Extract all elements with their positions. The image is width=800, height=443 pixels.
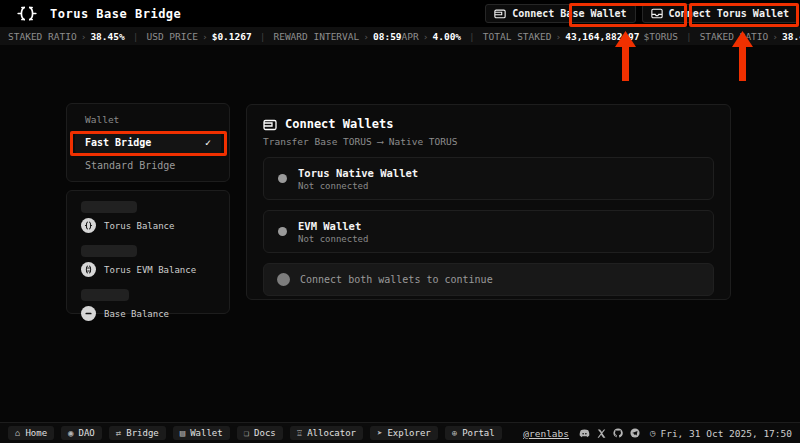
balance-label: Torus Balance: [104, 221, 174, 231]
ticker-label: STAKED RATIO: [700, 31, 769, 42]
panel-title: Connect Wallets: [285, 117, 393, 131]
panel-subtitle: Transfer Base TORUS ⟶ Native TORUS: [263, 136, 714, 147]
nav-item-fast-bridge[interactable]: Fast Bridge ✓: [75, 131, 221, 154]
torus-bridge-app: Torus Base Bridge Connect Base Wallet: [0, 0, 800, 443]
check-icon: ✓: [205, 137, 211, 148]
x-icon[interactable]: [597, 429, 606, 438]
footer-nav: ⌂Home ◉DAO ⇄Bridge ▤Wallet ❏Docs ♖Alloca…: [8, 426, 502, 440]
wallet-name: Torus Native Wallet: [298, 167, 418, 179]
footer-nav-dao[interactable]: ◉DAO: [61, 426, 102, 440]
balance-item: Torus EVM Balance: [81, 245, 215, 277]
connect-wallets-panel: Connect Wallets Transfer Base TORUS ⟶ Na…: [246, 104, 731, 300]
ticker-value: 08:59: [373, 31, 402, 42]
connect-both-wallets-button[interactable]: Connect both wallets to continue: [263, 263, 714, 296]
ticker-value: 38.45%: [782, 31, 800, 42]
bottom-bar: ⌂Home ◉DAO ⇄Bridge ▤Wallet ❏Docs ♖Alloca…: [0, 422, 800, 443]
ticker-value: 4.00%: [432, 31, 461, 42]
bridge-icon: ⇄: [116, 428, 121, 438]
wallet-name: EVM Wallet: [298, 220, 368, 232]
connect-torus-wallet-button[interactable]: Connect Torus Wallet: [642, 4, 798, 23]
page-title: Torus Base Bridge: [50, 7, 181, 21]
connect-base-wallet-button[interactable]: Connect Base Wallet: [485, 4, 635, 23]
torus-wallet-icon: [651, 8, 663, 19]
footer-nav-docs[interactable]: ❏Docs: [237, 426, 283, 440]
explorer-icon: ➤: [377, 428, 382, 438]
bridge-nav-card: Wallet Fast Bridge ✓ Standard Bridge: [66, 103, 230, 182]
datetime: ◷ Fri, 31 Oct 2025, 17:50: [650, 428, 792, 439]
ticker-label: STAKED RATIO: [8, 31, 77, 42]
portal-icon: ⊕: [452, 428, 457, 438]
wallet-icon: ▤: [180, 428, 185, 438]
base-icon: [81, 306, 96, 321]
wallet-icon: [263, 118, 277, 131]
discord-icon[interactable]: [579, 429, 590, 438]
ticker-segment: APR›4.00% | TOTAL STAKED›43,164,882.97$T…: [402, 31, 800, 42]
base-wallet-icon: [494, 8, 506, 19]
renlabs-link[interactable]: @renlabs: [523, 428, 569, 439]
ticker-segment: STAKED RATIO›38.45% | USD PRICE›$0.1267 …: [8, 31, 402, 42]
status-dot-icon: [278, 227, 287, 236]
status-dot-icon: [278, 174, 287, 183]
status-dot-icon: [277, 273, 290, 286]
home-icon: ⌂: [15, 428, 20, 438]
ticker-unit: $TORUS: [644, 31, 678, 42]
stats-ticker: STAKED RATIO›38.45% | USD PRICE›$0.1267 …: [0, 27, 800, 45]
ticker-value: 43,164,882.97: [565, 31, 639, 42]
wallet-actions: Connect Base Wallet Connect Torus Wallet: [485, 0, 798, 27]
wallet-status: Not connected: [298, 234, 368, 244]
footer-nav-home[interactable]: ⌂Home: [8, 426, 54, 440]
telegram-icon[interactable]: [630, 428, 640, 438]
footer-nav-portal[interactable]: ⊕Portal: [445, 426, 502, 440]
balances-card: Torus Balance Torus EVM Balance: [66, 190, 230, 314]
cta-label: Connect both wallets to continue: [300, 274, 493, 285]
nav-item-label: Fast Bridge: [85, 137, 151, 148]
dao-icon: ◉: [68, 428, 73, 438]
ticker-label: USD PRICE: [146, 31, 197, 42]
torus-native-wallet-row[interactable]: Torus Native Wallet Not connected: [263, 157, 714, 200]
torus-icon: [81, 218, 96, 233]
balance-item: Base Balance: [81, 289, 215, 321]
nav-group-label: Wallet: [75, 112, 221, 131]
ticker-label: TOTAL STAKED: [483, 31, 552, 42]
footer-nav-wallet[interactable]: ▤Wallet: [173, 426, 230, 440]
clock-icon: ◷: [650, 428, 655, 438]
balance-skeleton: [81, 201, 137, 213]
balance-label: Base Balance: [104, 309, 169, 319]
torus-logo-icon: [14, 6, 40, 21]
allocator-icon: ♖: [297, 428, 302, 438]
footer-nav-explorer[interactable]: ➤Explorer: [370, 426, 438, 440]
evm-wallet-row[interactable]: EVM Wallet Not connected: [263, 210, 714, 253]
balance-skeleton: [81, 245, 137, 257]
nav-item-label: Standard Bridge: [85, 160, 175, 171]
nav-item-standard-bridge[interactable]: Standard Bridge: [75, 154, 221, 177]
wallet-status: Not connected: [298, 181, 418, 191]
ticker-label: REWARD INTERVAL: [273, 31, 359, 42]
ticker-value: $0.1267: [212, 31, 252, 42]
balance-skeleton: [81, 289, 129, 301]
top-bar: Torus Base Bridge Connect Base Wallet: [0, 0, 800, 27]
ticker-value: 38.45%: [90, 31, 124, 42]
github-icon[interactable]: [613, 428, 623, 438]
social-icons: [579, 428, 640, 438]
torus-evm-icon: [81, 262, 96, 277]
footer-nav-allocator[interactable]: ♖Allocator: [290, 426, 363, 440]
balance-item: Torus Balance: [81, 201, 215, 233]
connect-base-wallet-label: Connect Base Wallet: [512, 8, 626, 19]
connect-torus-wallet-label: Connect Torus Wallet: [669, 8, 789, 19]
docs-icon: ❏: [244, 428, 249, 438]
balance-label: Torus EVM Balance: [104, 265, 196, 275]
footer-nav-bridge[interactable]: ⇄Bridge: [109, 426, 166, 440]
ticker-label: APR: [402, 31, 419, 42]
